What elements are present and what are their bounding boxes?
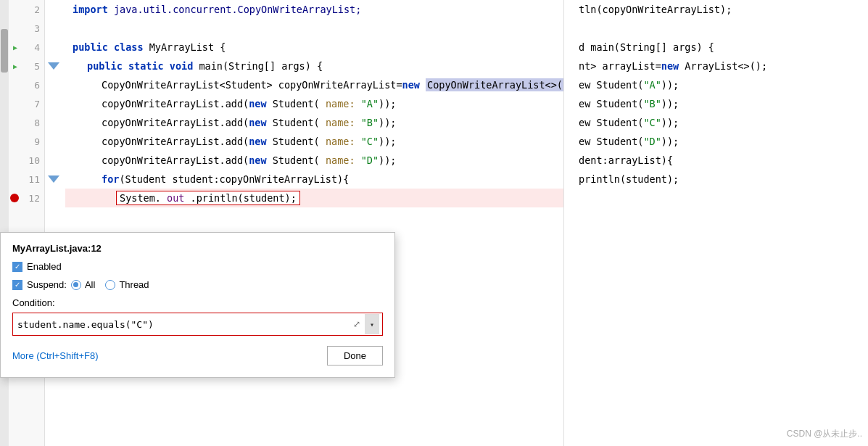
line-num-2: 2 xyxy=(9,0,44,19)
right-line-6: ew Student( "B" )); xyxy=(571,94,868,113)
code-line-6: CopyOnWriteArrayList<Student> copyOnWrit… xyxy=(65,75,563,94)
right-line-7: ew Student( "C" )); xyxy=(571,113,868,132)
line-num-5: 5 xyxy=(9,57,44,75)
suspend-label: Suspend: xyxy=(27,279,67,290)
dropdown-icon[interactable]: ▾ xyxy=(365,314,379,334)
right-code-panel: tln(copyOnWriteArrayList); d main(String… xyxy=(563,0,868,446)
watermark: CSDN @从未止步.. xyxy=(787,428,862,440)
popup-title: MyArrayList.java:12 xyxy=(12,243,383,254)
done-button[interactable]: Done xyxy=(327,346,383,366)
line-numbers: 2 3 4 5 6 7 8 9 10 11 12 xyxy=(9,0,45,446)
code-line-2: import java.util.concurrent.CopyOnWriteA… xyxy=(65,0,563,19)
line-num-8: 8 xyxy=(9,113,44,132)
radio-all[interactable]: All xyxy=(71,279,95,290)
code-line-12: System. out .println(student); xyxy=(65,189,563,207)
left-scrollbar[interactable] xyxy=(0,0,9,446)
breakpoint-dot xyxy=(10,194,19,202)
suspend-checkbox[interactable] xyxy=(12,280,22,290)
radio-thread-btn[interactable] xyxy=(105,280,115,290)
code-line-4: public class MyArrayList { xyxy=(65,38,563,57)
enabled-row: Enabled xyxy=(12,261,383,272)
radio-all-label: All xyxy=(85,279,95,290)
scroll-thumb[interactable] xyxy=(1,29,8,73)
line-num-6: 6 xyxy=(9,75,44,94)
bookmark-gutter xyxy=(45,0,65,446)
right-line-1: tln(copyOnWriteArrayList); xyxy=(571,0,868,19)
radio-thread[interactable]: Thread xyxy=(105,279,149,290)
more-link[interactable]: More (Ctrl+Shift+F8) xyxy=(12,350,98,361)
condition-input[interactable] xyxy=(13,319,347,330)
right-line-10: println(student); xyxy=(571,170,868,189)
code-line-3 xyxy=(65,19,563,38)
line-num-7: 7 xyxy=(9,94,44,113)
code-line-9: copyOnWriteArrayList.add( new Student( n… xyxy=(65,132,563,151)
code-line-5: public static void main(String[] args) { xyxy=(65,57,563,75)
condition-label: Condition: xyxy=(12,297,383,308)
right-line-9: dent:arrayList){ xyxy=(571,151,868,170)
right-line-4: nt> arrayList= new ArrayList<>(); xyxy=(571,57,868,75)
code-line-7: copyOnWriteArrayList.add( new Student( n… xyxy=(65,94,563,113)
bookmark-arrow-11 xyxy=(48,175,59,183)
breakpoint-popup: MyArrayList.java:12 Enabled Suspend: All… xyxy=(0,232,395,378)
line-num-11: 11 xyxy=(9,170,44,189)
right-line-2 xyxy=(571,19,868,38)
code-content: import java.util.concurrent.CopyOnWriteA… xyxy=(65,0,563,446)
code-line-11: for (Student student:copyOnWriteArrayLis… xyxy=(65,170,563,189)
line-num-12: 12 xyxy=(9,189,44,207)
radio-all-btn[interactable] xyxy=(71,280,81,290)
popup-footer: More (Ctrl+Shift+F8) Done xyxy=(12,346,383,366)
code-line-8: copyOnWriteArrayList.add( new Student( n… xyxy=(65,113,563,132)
code-line-10: copyOnWriteArrayList.add( new Student( n… xyxy=(65,151,563,170)
condition-input-wrap: ⤢ ▾ xyxy=(12,313,383,336)
enabled-checkbox[interactable] xyxy=(12,262,22,272)
bookmark-arrow-5 xyxy=(48,62,59,70)
line-num-3: 3 xyxy=(9,19,44,38)
suspend-row: Suspend: All Thread xyxy=(12,279,383,290)
editor-area: 2 3 4 5 6 7 8 9 10 11 12 xyxy=(0,0,868,446)
right-line-5: ew Student( "A" )); xyxy=(571,75,868,94)
enabled-label: Enabled xyxy=(27,261,62,272)
line-num-10: 10 xyxy=(9,151,44,170)
line-num-4: 4 xyxy=(9,38,44,57)
expand-icon[interactable]: ⤢ xyxy=(350,318,363,331)
line-num-9: 9 xyxy=(9,132,44,151)
right-line-8: ew Student( "D" )); xyxy=(571,132,868,151)
radio-group: All Thread xyxy=(71,279,149,290)
radio-thread-label: Thread xyxy=(119,279,149,290)
right-line-3: d main(String[] args) { xyxy=(571,38,868,57)
